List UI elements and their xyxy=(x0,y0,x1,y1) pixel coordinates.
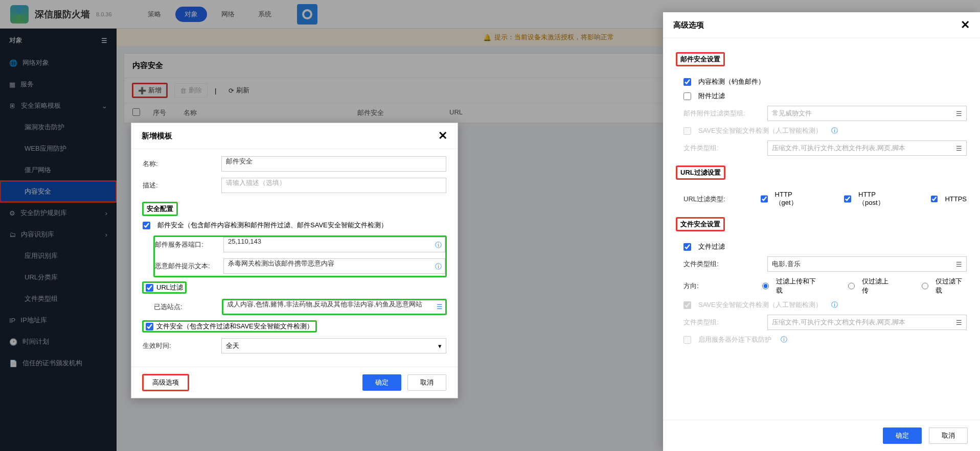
close-icon[interactable]: ✕ xyxy=(961,18,970,32)
https-label: HTTPS xyxy=(945,195,967,203)
url-site-input[interactable]: 成人内容,色情,赌博,非法药物,反动及其他非法内容,钓鱼及恶意网站☰ xyxy=(222,299,446,315)
filetype-input[interactable]: 压缩文件,可执行文件,文档文件列表,网页,脚本☰ xyxy=(767,140,967,156)
ip-icon: IP xyxy=(9,317,15,324)
sidebar-sub-url-lib[interactable]: URL分类库 xyxy=(0,267,117,288)
dir-down-radio[interactable] xyxy=(922,282,928,290)
mail-malware-label: 恶意邮件提示文本: xyxy=(155,262,216,271)
sidebar-item-content-lib[interactable]: 🗂内容识别库› xyxy=(0,224,117,245)
info-icon[interactable]: ⓘ xyxy=(435,241,442,250)
attach-filter-checkbox[interactable] xyxy=(683,92,691,100)
mail-security-checkbox[interactable] xyxy=(143,222,150,229)
sidebar-sub-file-lib[interactable]: 文件类型组 xyxy=(0,288,117,310)
ok-button[interactable]: 确定 xyxy=(362,374,401,391)
select-all-checkbox[interactable] xyxy=(132,108,140,116)
list-icon[interactable]: ☰ xyxy=(437,303,443,311)
url-filter-label: URL过滤 xyxy=(156,283,183,292)
dir-both-label: 过滤上传和下载 xyxy=(776,277,819,295)
security-config-title: 安全配置 xyxy=(143,202,177,216)
http-post-checkbox[interactable] xyxy=(844,195,851,203)
nav-policy[interactable]: 策略 xyxy=(139,7,170,22)
db-icon: ⚙ xyxy=(9,209,15,217)
nav-network[interactable]: 网络 xyxy=(212,7,244,22)
svg-point-1 xyxy=(304,11,310,17)
time-select[interactable]: 全天▾ xyxy=(221,338,446,353)
sidebar-item-service[interactable]: ▦服务 xyxy=(0,74,117,95)
file-save-checkbox xyxy=(683,301,691,309)
folder-icon: 🗂 xyxy=(9,231,16,239)
server-dl-checkbox xyxy=(683,336,691,344)
delete-button[interactable]: 🗑删除 xyxy=(174,83,208,98)
attach-group-label: 邮件附件过滤类型组: xyxy=(683,109,760,118)
add-button[interactable]: ➕新增 xyxy=(132,83,167,98)
top-nav: 策略 对象 网络 系统 xyxy=(139,7,281,22)
sidebar-item-cert[interactable]: 📄信任的证书颁发机构 xyxy=(0,352,117,374)
close-icon[interactable]: ✕ xyxy=(438,129,447,143)
list-icon[interactable]: ☰ xyxy=(956,145,962,152)
content-detect-checkbox[interactable] xyxy=(683,78,691,86)
name-input[interactable]: 邮件安全 xyxy=(221,156,446,172)
col-name: 名称 xyxy=(184,108,357,117)
mail-malware-input[interactable]: 杀毒网关检测出该邮件携带恶意内容ⓘ xyxy=(223,258,445,274)
cancel-button[interactable]: 取消 xyxy=(407,374,446,391)
sidebar-item-ip-lib[interactable]: IPIP地址库 xyxy=(0,310,117,331)
col-mail: 邮件安全 xyxy=(357,108,449,117)
file-group-label: 文件类型组: xyxy=(683,259,760,269)
list-icon[interactable]: ☰ xyxy=(956,260,962,268)
sidebar-sub-content-security[interactable]: 内容安全 xyxy=(0,181,117,202)
sidebar-item-time[interactable]: 🕑时间计划 xyxy=(0,331,117,352)
file-group2-label: 文件类型组: xyxy=(683,318,760,327)
top-tool-icon[interactable] xyxy=(297,4,317,25)
bell-icon: 🔔 xyxy=(483,34,491,41)
cert-icon: 📄 xyxy=(9,360,17,367)
name-label: 名称: xyxy=(143,159,214,169)
time-label: 生效时间: xyxy=(143,341,214,350)
https-checkbox[interactable] xyxy=(931,195,938,203)
file-group-input[interactable]: 电影,音乐☰ xyxy=(767,256,967,272)
dir-both-radio[interactable] xyxy=(762,282,769,290)
desc-input[interactable]: 请输入描述（选填） xyxy=(221,178,446,193)
list-icon[interactable]: ☰ xyxy=(956,110,962,117)
url-filter-checkbox[interactable] xyxy=(146,284,153,292)
attach-group-input[interactable]: 常见威胁文件☰ xyxy=(767,106,967,121)
info-icon[interactable]: ⓘ xyxy=(781,335,787,344)
sidebar-sub-vuln[interactable]: 漏洞攻击防护 xyxy=(0,116,117,138)
info-icon[interactable]: ⓘ xyxy=(831,126,838,135)
brand-name: 深信服防火墙 xyxy=(35,8,90,20)
drawer-ok-button[interactable]: 确定 xyxy=(883,428,922,444)
file-filter-checkbox[interactable] xyxy=(683,243,691,251)
sidebar-sub-botnet[interactable]: 僵尸网络 xyxy=(0,159,117,181)
dir-up-radio[interactable] xyxy=(848,282,855,290)
info-icon[interactable]: ⓘ xyxy=(831,300,838,310)
dir-down-label: 仅过滤下载 xyxy=(936,277,967,295)
desc-label: 描述: xyxy=(143,181,214,190)
list-icon[interactable]: ☰ xyxy=(956,319,962,326)
attach-filter-label: 附件过滤 xyxy=(698,91,725,101)
sidebar-header: 对象 ☰ xyxy=(0,29,117,52)
advanced-options-drawer: 高级选项 ✕ 邮件安全设置 内容检测（钓鱼邮件） 附件过滤 邮件附件过滤类型组:… xyxy=(663,12,980,451)
mail-port-input[interactable]: 25,110,143ⓘ xyxy=(223,237,445,252)
info-icon[interactable]: ⓘ xyxy=(435,262,442,271)
drawer-title: 高级选项 xyxy=(673,20,704,30)
file-group2-input[interactable]: 压缩文件,可执行文件,文档文件列表,网页,脚本☰ xyxy=(767,315,967,330)
refresh-icon: ⟳ xyxy=(229,87,234,94)
advanced-options-button[interactable]: 高级选项 xyxy=(143,374,189,391)
url-type-label: URL过滤类型: xyxy=(683,195,754,204)
file-security-checkbox[interactable] xyxy=(146,323,153,330)
refresh-button[interactable]: ⟳刷新 xyxy=(223,84,255,97)
save-detect-checkbox xyxy=(683,127,691,135)
sidebar-item-rule-lib[interactable]: ⚙安全防护规则库› xyxy=(0,202,117,224)
nav-object[interactable]: 对象 xyxy=(175,7,207,22)
sidebar-item-policy-tpl[interactable]: ⛨安全策略模板⌄ xyxy=(0,95,117,116)
http-get-checkbox[interactable] xyxy=(761,195,768,203)
sidebar-item-network-obj[interactable]: 🌐网络对象 xyxy=(0,52,117,74)
trash-icon: 🗑 xyxy=(180,87,187,94)
file-filter-label: 文件过滤 xyxy=(698,242,725,251)
sidebar-sub-app-lib[interactable]: 应用识别库 xyxy=(0,245,117,267)
sidebar-sub-web[interactable]: WEB应用防护 xyxy=(0,138,117,159)
collapse-icon[interactable]: ☰ xyxy=(101,37,107,44)
filetype-label: 文件类型组: xyxy=(683,144,760,153)
drawer-cancel-button[interactable]: 取消 xyxy=(929,428,968,444)
modal-header: 新增模板 ✕ xyxy=(131,123,458,149)
nav-system[interactable]: 系统 xyxy=(249,7,281,22)
drawer-footer: 确定 取消 xyxy=(663,420,980,451)
